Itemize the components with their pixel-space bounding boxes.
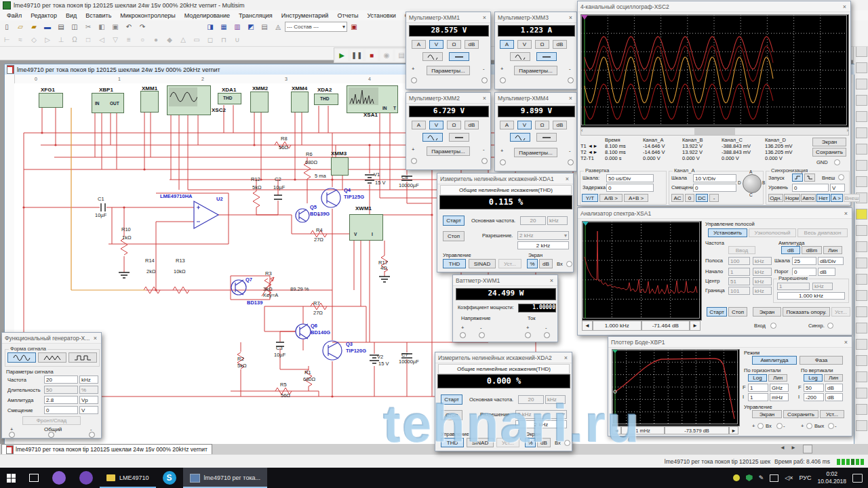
instrument-toolbar-icon[interactable] xyxy=(856,241,867,252)
band-set-button[interactable]: Установить xyxy=(708,228,747,237)
coupling-ac-button[interactable]: AC xyxy=(671,194,684,202)
menu-3[interactable]: Вставить xyxy=(81,12,115,20)
sinad-mode-button[interactable]: SINAD xyxy=(469,259,496,268)
erc-check-icon[interactable]: ▣ xyxy=(348,21,360,33)
out-plus-terminal[interactable] xyxy=(806,423,812,429)
mode-ohm-button[interactable]: Ω xyxy=(535,40,549,49)
thd-start-button[interactable]: Старт xyxy=(443,216,465,226)
instrument-toolbar-icon[interactable] xyxy=(856,323,867,333)
instrument-toolbar-icon[interactable] xyxy=(856,388,867,399)
v-minus-terminal[interactable] xyxy=(479,332,485,338)
paste-icon[interactable]: ▣ xyxy=(109,21,121,33)
instrument-toolbar-icon[interactable] xyxy=(856,258,867,268)
close-icon[interactable]: × xyxy=(843,339,849,346)
in-plus-terminal[interactable] xyxy=(757,423,764,429)
cmos-icon[interactable]: □ xyxy=(82,34,94,45)
cursor-t2[interactable]: T2 ◄► xyxy=(580,149,605,155)
menu-2[interactable]: Вид xyxy=(62,12,81,20)
close-icon[interactable]: × xyxy=(563,354,569,361)
basic-icon[interactable]: ≈ xyxy=(14,34,26,45)
mode-v-button[interactable]: V xyxy=(429,40,443,49)
cut-icon[interactable]: ✂ xyxy=(82,21,94,33)
menu-1[interactable]: Редактор xyxy=(26,12,61,20)
amplitude-field[interactable]: 2.8 xyxy=(44,396,78,404)
xsc2-symbol[interactable] xyxy=(167,85,211,115)
ac-mode-button[interactable] xyxy=(422,52,443,61)
parameters-button[interactable]: Параметры... xyxy=(514,148,557,157)
square-wave-button[interactable] xyxy=(68,352,97,363)
amp-lin-button[interactable]: Лин xyxy=(823,246,842,254)
close-icon[interactable]: × xyxy=(568,14,574,21)
mode-db-button[interactable]: dB xyxy=(553,121,567,129)
ac-mode-button[interactable] xyxy=(422,133,443,142)
i-plus-terminal[interactable] xyxy=(525,332,531,338)
mode-a-button[interactable]: A xyxy=(500,40,514,49)
pinned-app-2[interactable] xyxy=(73,468,100,488)
scope-save-button[interactable]: Сохранить xyxy=(812,148,846,157)
menu-4[interactable]: Микроконтроллеры xyxy=(116,12,179,20)
i-minus-terminal[interactable] xyxy=(544,332,550,338)
trigger-falling-button[interactable] xyxy=(804,174,815,182)
spectrum-screen-button[interactable]: Экран xyxy=(753,307,781,317)
instrument-toolbar-icon[interactable] xyxy=(856,339,867,350)
mcu-icon[interactable]: ⊓ xyxy=(218,34,230,45)
tab-scroll-right[interactable]: ► xyxy=(791,445,796,451)
v-initial-field[interactable]: -200 xyxy=(804,393,824,401)
duty-field[interactable]: 50 xyxy=(44,386,78,394)
indicator-icon[interactable]: ≡ xyxy=(123,34,135,45)
mode-a-button[interactable]: A xyxy=(412,40,426,49)
amplitude-mode-button[interactable]: Амплитуда xyxy=(752,356,797,365)
bode-screen-button[interactable]: Экран xyxy=(752,410,782,418)
trigger-ext-button[interactable]: Внеш xyxy=(844,194,860,202)
print-icon[interactable]: ▤ xyxy=(55,21,67,33)
ab-mode-button[interactable]: A/B > xyxy=(599,194,623,202)
amp-scale-field[interactable]: 25 xyxy=(792,257,816,265)
percent-button[interactable]: % xyxy=(527,259,538,268)
v-plus-terminal[interactable] xyxy=(460,332,466,338)
common-terminal[interactable] xyxy=(48,432,54,438)
close-icon[interactable]: × xyxy=(843,210,849,217)
spectrum-reference-button[interactable]: Показать опору. xyxy=(783,307,830,317)
defender-shield-icon[interactable] xyxy=(746,474,753,481)
instrument-toolbar-icon[interactable] xyxy=(856,290,867,301)
spreadsheet-view-icon[interactable]: ▦ xyxy=(218,21,230,33)
pause-simulation-button[interactable]: ❚❚ xyxy=(351,49,363,61)
instrument-toolbar-icon[interactable] xyxy=(856,111,867,122)
trigger-auto-button[interactable]: Авто xyxy=(801,194,816,202)
menu-8[interactable]: Отчеты xyxy=(333,12,362,20)
mode-db-button[interactable]: dB xyxy=(553,40,567,49)
channel-scale-field[interactable]: 10 V/Div xyxy=(693,174,736,182)
power-icon[interactable]: ○ xyxy=(136,34,149,45)
input-terminal[interactable] xyxy=(566,261,572,267)
dc-mode-button[interactable] xyxy=(536,52,557,61)
skype-task-button[interactable]: S xyxy=(156,468,183,488)
fundamental-freq-field[interactable]: 20 xyxy=(518,395,544,404)
plus-terminal[interactable] xyxy=(411,158,417,164)
misc-icon[interactable]: ● xyxy=(150,34,162,45)
edge-button[interactable]: Фронт/Спад xyxy=(22,416,81,425)
sheet-tab[interactable]: lme49710 рег тока покоя tip 120125 шекла… xyxy=(1,444,212,455)
ac-mode-button[interactable] xyxy=(510,52,530,61)
close-icon[interactable]: × xyxy=(842,3,848,10)
explorer-task-button[interactable]: LME49710 xyxy=(100,468,156,488)
dc-mode-button[interactable] xyxy=(449,52,469,61)
run-simulation-button[interactable]: ▶ xyxy=(336,49,348,61)
instrument-toolbar-icon[interactable] xyxy=(856,127,867,138)
percent-button[interactable]: % xyxy=(525,438,536,447)
open-sample-icon[interactable]: ▰ xyxy=(28,21,40,33)
sweep-delay-field[interactable]: 0 xyxy=(606,184,654,192)
input-terminal[interactable] xyxy=(564,440,570,446)
menu-7[interactable]: Инструментарий xyxy=(277,12,333,20)
h-lin-button[interactable]: Лин xyxy=(768,374,787,382)
coupling-dc-button[interactable]: DC xyxy=(696,194,708,202)
minus-terminal[interactable] xyxy=(568,159,574,165)
v-final-field[interactable]: 50 xyxy=(804,384,824,392)
parameters-button[interactable]: Параметры... xyxy=(514,66,557,75)
mode-ohm-button[interactable]: Ω xyxy=(447,40,461,49)
thd-mode-button[interactable]: THD xyxy=(441,438,464,447)
instrument-toolbar-icon[interactable] xyxy=(856,46,867,57)
bode-set-button[interactable]: Уст... xyxy=(820,410,844,418)
multisim-task-button[interactable]: lme49710 рег тока... xyxy=(183,468,268,488)
plus-terminal[interactable] xyxy=(411,77,417,83)
copy-icon[interactable]: ◧ xyxy=(96,21,108,33)
